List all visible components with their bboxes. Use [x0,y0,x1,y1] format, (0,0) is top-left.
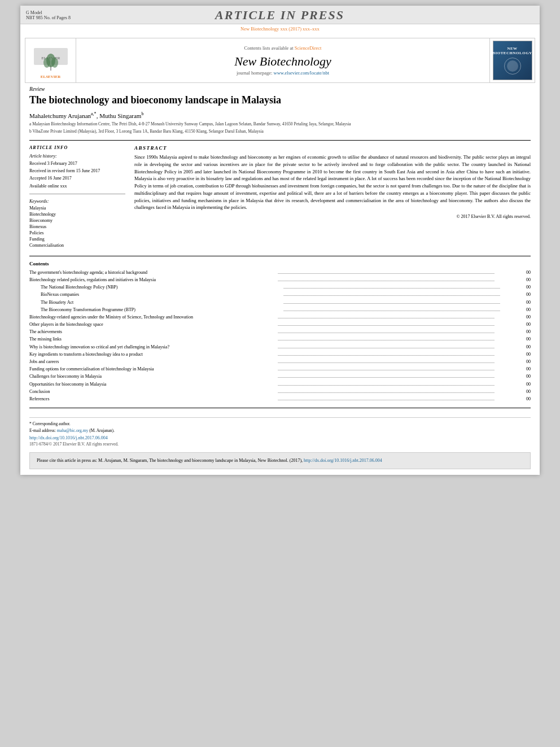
keyword-2: Biotechnology [29,212,125,217]
email-line: E-mail address: maha@bic.org.my (M. Aruj… [29,428,531,433]
contents-item-page: 00 [526,321,531,327]
available-online: Available online xxx [29,183,125,189]
contents-item-dots: ........................................… [283,291,524,298]
keyword-6: Funding [29,237,125,242]
contents-item: The Bioeconomy Transformation Programme … [29,307,531,313]
authors-line: Mahaletchumy Arujanana,*, Muthu Singaram… [29,111,531,119]
keyword-5: Policies [29,230,125,235]
contents-item-page: 00 [526,329,531,335]
journal-title: New Biotechnology [234,54,331,69]
contents-item-dots: ........................................… [283,284,524,290]
contents-item: The National Biotechnology Policy (NBP) … [29,284,531,290]
science-direct-link[interactable]: ScienceDirect [295,45,322,51]
keywords-label: Keywords: [29,199,125,204]
keyword-3: Bioeconomy [29,218,125,223]
contents-section: Contents The government's biotechnology … [29,256,531,408]
contents-item: The missing links ......................… [29,336,531,342]
contents-item: The achievements .......................… [29,329,531,335]
email-link[interactable]: maha@bic.org.my [57,428,89,433]
contents-item-dots: ........................................… [278,388,524,395]
contents-item-page: 00 [526,336,531,342]
contents-item-dots: ........................................… [283,299,524,305]
contents-item: Opportunities for bioeconomy in Malaysia… [29,381,531,387]
contents-item-page: 00 [526,277,531,283]
contents-item: Biotechnology-related agencies under the… [29,314,531,320]
header-strip: G Model NBT 985 No. of Pages 8 ARTICLE I… [20,6,540,24]
contents-item: Biotechnology related policies, regulati… [29,277,531,283]
keyword-7: Commercialisation [29,243,125,248]
contents-item-label: The National Biotechnology Policy (NBP) [41,284,282,290]
contents-item-label: Key ingredients to transform a biotechno… [29,351,276,357]
contents-item: Key ingredients to transform a biotechno… [29,351,531,357]
corresponding-note: * Corresponding author. [29,421,531,426]
contents-item-page: 00 [526,366,531,372]
contents-item-page: 00 [526,291,531,298]
contents-item-dots: ........................................… [278,373,524,379]
contents-item: Conclusion .............................… [29,388,531,395]
journal-right-logo: NEW BIOTECHNOLOGY [489,38,535,82]
contents-item-label: Funding options for commercialisation of… [29,366,276,372]
contents-item-page: 00 [526,344,531,350]
contents-item-dots: ........................................… [278,366,524,372]
elsevier-logo-area: ELSEVIER ELSEVIER [25,38,76,82]
contents-item-dots: ........................................… [278,277,524,283]
accepted-date: Accepted 16 June 2017 [29,175,125,181]
contents-item-page: 00 [526,373,531,379]
journal-homepage-link[interactable]: www.elsevier.com/locate/nbt [274,70,330,76]
copyright-line: © 2017 Elsevier B.V. All rights reserved… [134,214,531,219]
contents-item-label: Why is biotechnology innovation so criti… [29,344,276,350]
contents-item-label: Challenges for bioeconomy in Malaysia [29,373,276,379]
contents-list: The government's biotechnology agenda; a… [29,269,531,402]
elsevier-text: ELSEVIER [41,75,60,79]
article-title: The biotechnology and bioeconomy landsca… [29,94,531,107]
article-type-label: Review [29,86,531,92]
contents-item: Why is biotechnology innovation so criti… [29,344,531,350]
contents-item-dots: ........................................… [278,351,524,357]
contents-item: Funding options for commercialisation of… [29,366,531,372]
contents-item-page: 00 [526,388,531,395]
doi-link[interactable]: http://dx.doi.org/10.1016/j.nbt.2017.06.… [29,435,531,440]
contents-item: The government's biotechnology agenda; a… [29,269,531,276]
cite-doi-link[interactable]: http://dx.doi.org/10.1016/j.nbt.2017.06.… [304,458,382,463]
contents-item-page: 00 [526,351,531,357]
svg-point-4 [43,58,50,68]
journal-volume-ref[interactable]: New Biotechnology xxx (2017) xxx–xxx [20,26,540,32]
contents-item-page: 00 [526,284,531,290]
elsevier-logo-svg: ELSEVIER [31,42,71,73]
contents-item: The Biosafety Act ......................… [29,299,531,305]
journal-center-info: Contents lists available at ScienceDirec… [76,38,489,82]
received-revised-date: Received in revised form 15 June 2017 [29,168,125,174]
contents-item: Challenges for bioeconomy in Malaysia ..… [29,373,531,379]
keyword-1: Malaysia [29,206,125,211]
main-content: Review The biotechnology and bioeconomy … [20,86,540,475]
contents-item-dots: ........................................… [278,269,524,276]
contents-item-label: The missing links [29,336,276,342]
contents-item-dots: ........................................… [278,344,524,350]
journal-header: ELSEVIER ELSEVIER Contents lists availab… [25,38,535,83]
cite-box: Please cite this article in press as: M.… [29,452,531,469]
contents-item-dots: ........................................… [278,321,524,327]
contents-item-dots: ........................................… [283,307,524,313]
contents-item-page: 00 [526,314,531,320]
new-biotech-logo: NEW BIOTECHNOLOGY [493,41,532,80]
affiliation-b: b VibaZone Private Limited (Malaysia), 3… [29,129,531,135]
history-label: Article history: [29,154,125,159]
contents-item-label: Jobs and careers [29,359,276,365]
contents-item-label: Opportunities for bioeconomy in Malaysia [29,381,276,387]
contents-item-label: The Bioeconomy Transformation Programme … [41,307,282,313]
keyword-4: Bionexus [29,224,125,229]
cite-text: Please cite this article in press as: M.… [37,458,303,463]
info-divider [29,194,125,194]
g-model-info: G Model NBT 985 No. of Pages 8 [26,10,71,20]
contents-item-label: Other players in the biotechnology space [29,321,276,327]
contents-item-dots: ........................................… [278,359,524,365]
contents-item-page: 00 [526,381,531,387]
contents-item-label: The government's biotechnology agenda; a… [29,269,276,276]
contents-item-label: Biotechnology related policies, regulati… [29,277,276,283]
contents-item-page: 00 [526,269,531,276]
contents-item-label: The Biosafety Act [41,299,282,305]
contents-item-page: 00 [526,359,531,365]
author-a-name: Mahaletchumy Arujanan [29,112,91,119]
contents-item: BioNexus companies .....................… [29,291,531,298]
contents-item: References .............................… [29,396,531,402]
